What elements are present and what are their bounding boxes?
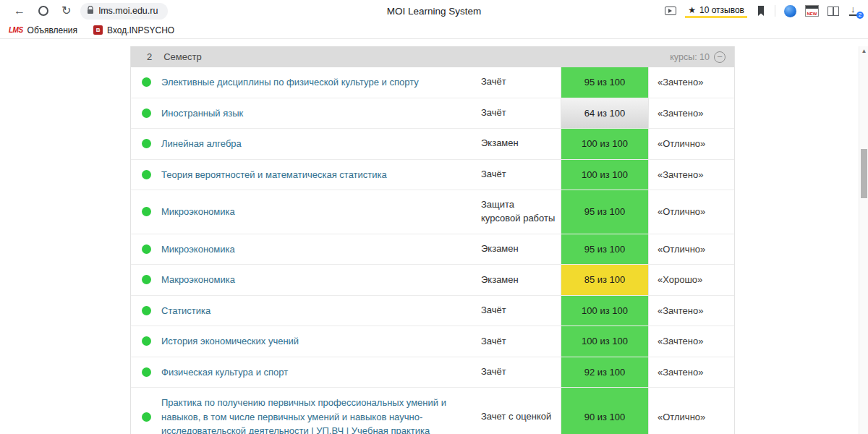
table-row: Макроэкономика Экзамен 85 из 100 «Хорошо… (131, 265, 734, 296)
table-row: Микроэкономика Экзамен 95 из 100 «Отличн… (131, 234, 734, 265)
bookmark-flag-icon[interactable] (756, 5, 766, 17)
page-content: 2 Семестр курсы: 10 − Элективные дисципл… (0, 46, 868, 434)
status-dot-icon (142, 170, 151, 179)
score-badge: 64 из 100 (561, 98, 649, 129)
status-cell (131, 388, 161, 434)
grade-text: «Отлично» (649, 234, 734, 265)
reviews-label: 10 отзывов (699, 5, 744, 15)
assessment-type: Зачёт (481, 98, 561, 129)
status-dot-icon (142, 336, 151, 346)
assessment-type: Зачёт (481, 357, 561, 388)
score-badge: 100 из 100 (561, 326, 649, 357)
grade-text: «Зачтено» (649, 357, 734, 388)
course-name-link[interactable]: Практика по получению первичных професси… (161, 388, 481, 434)
grade-text: «Зачтено» (649, 160, 734, 190)
downloads-badge: 2 (856, 12, 864, 19)
status-cell (131, 190, 161, 234)
browser-toolbar: ← ↻ lms.moi.edu.ru MOI Learning System ★… (0, 0, 868, 22)
status-dot-icon (142, 109, 151, 118)
table-row: Теория вероятностей и математическая ста… (131, 160, 734, 191)
assessment-type: Зачет с оценкой (481, 388, 561, 434)
score-badge: 92 из 100 (561, 357, 649, 388)
table-row: История экономических учений Зачёт 100 и… (131, 326, 734, 357)
grade-text: «Хорошо» (649, 265, 734, 295)
status-cell (131, 357, 161, 388)
table-row: Линейная алгебра Экзамен 100 из 100 «Отл… (131, 129, 734, 160)
new-tab-extension-icon[interactable]: NEW (805, 5, 819, 17)
toolbar-right: ★ 10 отзывов NEW ↓ 2 (665, 4, 861, 18)
bookmark-label: Объявления (27, 25, 77, 35)
collapse-icon[interactable]: − (714, 51, 726, 63)
course-name-link[interactable]: Физическая культура и спорт (161, 357, 481, 388)
course-name-link[interactable]: История экономических учений (161, 326, 481, 357)
inpsycho-favicon: В (93, 25, 103, 35)
semester-title: Семестр (163, 51, 201, 62)
table-row: Элективные дисциплины по физической куль… (131, 67, 734, 98)
bookmark-label: Вход.INPSYCHO (107, 25, 174, 35)
lms-favicon: LMS (9, 26, 23, 34)
back-button[interactable]: ← (14, 5, 25, 17)
reviews-rating[interactable]: ★ 10 отзывов (685, 4, 747, 18)
assessment-type: Зачёт (481, 160, 561, 190)
course-name-link[interactable]: Иностранный язык (161, 98, 481, 129)
gift-icon[interactable] (827, 7, 839, 16)
status-cell (131, 265, 161, 295)
lock-icon (87, 6, 94, 17)
scroll-up-arrow-icon[interactable]: ▲ (861, 48, 867, 55)
assessment-type: Зачёт (481, 296, 561, 326)
status-cell (131, 234, 161, 265)
status-dot-icon (142, 275, 151, 284)
course-name-link[interactable]: Микроэкономика (161, 234, 481, 265)
assessment-type: Защита курсовой работы (481, 190, 561, 234)
table-row: Иностранный язык Зачёт 64 из 100 «Зачтен… (131, 98, 734, 129)
grade-text: «Отлично» (649, 129, 734, 159)
status-cell (131, 98, 161, 129)
status-dot-icon (142, 207, 151, 216)
refresh-button[interactable]: ↻ (61, 5, 71, 17)
status-cell (131, 326, 161, 357)
scrollbar[interactable]: ▲ (859, 46, 868, 434)
assessment-type: Экзамен (481, 234, 561, 265)
course-name-link[interactable]: Микроэкономика (161, 190, 481, 234)
status-dot-icon (142, 367, 151, 377)
grade-text: «Зачтено» (649, 67, 734, 98)
table-row: Физическая культура и спорт Зачёт 92 из … (131, 357, 734, 388)
score-badge: 85 из 100 (561, 265, 649, 295)
bookmark-item-announcements[interactable]: LMS Объявления (9, 25, 77, 35)
screen-share-icon[interactable] (665, 7, 676, 15)
grades-table: 2 Семестр курсы: 10 − Элективные дисципл… (130, 46, 735, 434)
bookmark-item-inpsycho[interactable]: В Вход.INPSYCHO (93, 25, 174, 35)
extension-browser-icon[interactable] (784, 5, 796, 17)
score-badge: 95 из 100 (561, 67, 649, 98)
assessment-type: Зачёт (481, 326, 561, 357)
download-arrow-icon: ↓ (851, 4, 856, 14)
downloads-icon[interactable]: ↓ 2 (848, 5, 861, 17)
course-name-link[interactable]: Элективные дисциплины по физической куль… (161, 67, 481, 98)
score-badge: 95 из 100 (561, 190, 649, 234)
assessment-type: Экзамен (481, 129, 561, 159)
course-name-link[interactable]: Статистика (161, 296, 481, 326)
status-dot-icon (142, 244, 151, 254)
table-row: Статистика Зачёт 100 из 100 «Зачтено» (131, 296, 734, 327)
status-cell (131, 160, 161, 190)
yandex-ring-icon[interactable] (38, 6, 48, 16)
score-badge: 90 из 100 (561, 388, 649, 434)
course-name-link[interactable]: Линейная алгебра (161, 129, 481, 159)
grade-rows: Элективные дисциплины по физической куль… (131, 67, 734, 434)
courses-count: курсы: 10 (670, 52, 710, 62)
course-name-link[interactable]: Теория вероятностей и математическая ста… (161, 160, 481, 190)
grade-text: «Отлично» (649, 388, 734, 434)
status-cell (131, 67, 161, 98)
address-bar[interactable]: lms.moi.edu.ru (80, 3, 168, 20)
url-text: lms.moi.edu.ru (98, 6, 158, 16)
status-dot-icon (142, 412, 151, 422)
star-icon: ★ (688, 5, 696, 15)
toolbar-separator (775, 5, 775, 17)
status-cell (131, 296, 161, 326)
score-badge: 100 из 100 (561, 296, 649, 326)
scrollbar-thumb[interactable] (861, 149, 867, 198)
status-cell (131, 129, 161, 159)
bookmarks-bar: LMS Объявления В Вход.INPSYCHO (0, 22, 868, 39)
course-name-link[interactable]: Макроэкономика (161, 265, 481, 295)
grade-text: «Зачтено» (649, 98, 734, 129)
